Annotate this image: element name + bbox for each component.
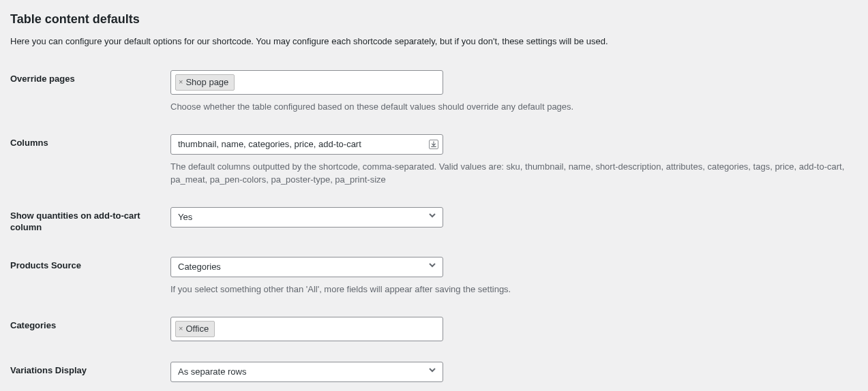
override-pages-description: Choose whether the table configured base… xyxy=(170,100,848,114)
products-source-value: Categories xyxy=(178,257,221,277)
show-quantities-value: Yes xyxy=(178,208,192,227)
section-heading: Table content defaults xyxy=(10,12,854,27)
columns-description: The default columns outputted by the sho… xyxy=(170,160,848,187)
products-source-label: Products Source xyxy=(10,247,170,307)
chevron-down-icon xyxy=(428,362,437,381)
products-source-description: If you select something other than 'All'… xyxy=(170,283,848,296)
variations-display-label: Variations Display xyxy=(10,351,170,391)
section-intro: Here you can configure your default opti… xyxy=(10,36,854,46)
autofill-icon xyxy=(429,140,438,149)
show-quantities-select[interactable]: Yes xyxy=(170,207,443,228)
chevron-down-icon xyxy=(428,257,437,277)
columns-input[interactable] xyxy=(177,135,422,154)
show-quantities-label: Show quantities on add-to-cart column xyxy=(10,197,170,247)
categories-tag[interactable]: × Office xyxy=(175,321,215,337)
variations-display-select[interactable]: As separate rows xyxy=(170,362,443,382)
chevron-down-icon xyxy=(428,208,437,227)
products-source-select[interactable]: Categories xyxy=(170,257,443,277)
remove-tag-icon[interactable]: × xyxy=(179,324,183,334)
remove-tag-icon[interactable]: × xyxy=(179,77,183,87)
override-pages-label: Override pages xyxy=(10,60,170,124)
settings-table: Override pages × Shop page Choose whethe… xyxy=(10,60,854,391)
override-pages-tag[interactable]: × Shop page xyxy=(175,74,235,91)
variations-display-value: As separate rows xyxy=(178,362,246,381)
columns-input-wrapper[interactable] xyxy=(170,134,443,155)
override-pages-input[interactable]: × Shop page xyxy=(170,70,443,95)
categories-input[interactable]: × Office xyxy=(170,317,443,341)
categories-label: Categories xyxy=(10,307,170,351)
columns-label: Columns xyxy=(10,124,170,197)
tag-label: Office xyxy=(185,323,209,335)
tag-label: Shop page xyxy=(185,76,228,89)
